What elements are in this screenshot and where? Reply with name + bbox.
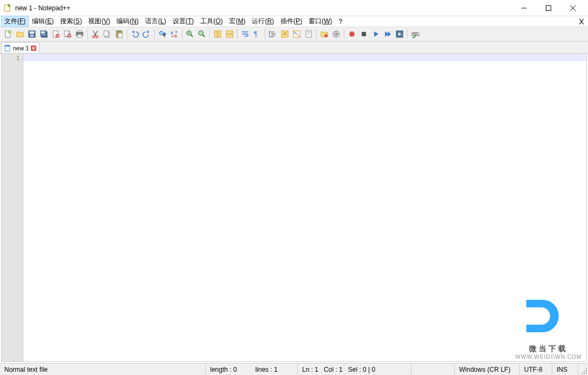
svg-rect-66	[307, 32, 310, 32]
svg-rect-87	[586, 373, 587, 374]
save-button[interactable]	[26, 28, 38, 40]
svg-point-69	[324, 34, 328, 37]
indent-guide-icon	[269, 30, 277, 38]
close-button[interactable]	[50, 28, 62, 40]
toolbar: AB¶fnABC	[0, 27, 588, 42]
svg-rect-82	[586, 369, 587, 370]
play-multi-button[interactable]	[382, 28, 394, 40]
spellcheck-icon: ABC	[411, 30, 420, 38]
file-icon	[4, 44, 11, 52]
svg-text:B: B	[174, 34, 177, 38]
zoom-out-button[interactable]	[196, 28, 208, 40]
menu-language[interactable]: 语言(L)	[142, 16, 169, 27]
play-button[interactable]	[370, 28, 382, 40]
func-list-icon	[332, 30, 341, 38]
new-button[interactable]	[2, 28, 14, 40]
save-all-button[interactable]	[38, 28, 50, 40]
word-wrap-icon	[241, 30, 250, 38]
menu-help[interactable]: ?	[335, 17, 345, 27]
svg-rect-35	[118, 33, 122, 38]
menu-edit[interactable]: 编辑(E)	[29, 16, 57, 27]
menu-file[interactable]: 文件(F)	[1, 16, 29, 27]
toolbar-separator	[265, 29, 265, 39]
svg-rect-50	[218, 31, 221, 37]
svg-rect-32	[104, 31, 108, 36]
save-macro-button[interactable]	[394, 28, 406, 40]
find-button[interactable]	[156, 28, 168, 40]
svg-rect-83	[584, 371, 585, 372]
text-editor[interactable]	[23, 54, 586, 361]
svg-point-29	[93, 36, 95, 38]
svg-line-45	[191, 35, 193, 37]
toolbar-separator	[127, 29, 127, 39]
fold-button[interactable]	[279, 28, 291, 40]
redo-button[interactable]	[141, 28, 153, 40]
toolbar-separator	[182, 29, 182, 39]
show-all-icon: ¶	[253, 30, 262, 38]
close-all-button[interactable]	[62, 28, 74, 40]
current-line-highlight	[23, 54, 586, 61]
tab-label: new 1	[13, 45, 29, 51]
resize-grip-icon[interactable]	[578, 364, 588, 375]
record-icon	[348, 30, 356, 38]
status-eol[interactable]: Windows (CR LF)	[455, 364, 520, 375]
zoom-in-button[interactable]	[184, 28, 196, 40]
menu-tools[interactable]: 工具(O)	[197, 16, 226, 27]
tab-close-icon[interactable]	[30, 45, 37, 51]
menu-window[interactable]: 窗口(W)	[305, 16, 335, 27]
copy-button[interactable]	[101, 28, 113, 40]
svg-point-71	[335, 33, 337, 35]
menu-encoding[interactable]: 编码(N)	[113, 16, 142, 27]
svg-point-72	[349, 31, 355, 37]
sync-v-button[interactable]	[212, 28, 224, 40]
indent-guide-button[interactable]	[267, 28, 279, 40]
menu-plugins[interactable]: 插件(P)	[277, 16, 305, 27]
svg-rect-59	[269, 31, 270, 37]
svg-text:A: A	[171, 31, 173, 35]
status-cursor: Ln : 1 Col : 1 Sel : 0 | 0	[298, 364, 411, 375]
redo-icon	[142, 30, 151, 38]
menu-run[interactable]: 运行(R)	[249, 16, 277, 27]
menu-macro[interactable]: 宏(M)	[226, 16, 249, 27]
close-button[interactable]	[560, 0, 585, 16]
spellcheck-button[interactable]: ABC	[409, 28, 421, 40]
menu-view[interactable]: 视图(V)	[85, 16, 113, 27]
status-insert-mode[interactable]: INS	[552, 364, 578, 375]
tab-new1[interactable]: new 1	[1, 42, 40, 53]
paste-button[interactable]	[113, 28, 125, 40]
undo-button[interactable]	[129, 28, 141, 40]
open-button[interactable]	[14, 28, 26, 40]
cut-button[interactable]	[89, 28, 101, 40]
svg-rect-49	[214, 31, 217, 37]
print-button[interactable]	[74, 28, 86, 40]
svg-rect-34	[117, 30, 121, 32]
play-icon	[371, 30, 380, 38]
svg-text:fn: fn	[294, 31, 297, 35]
status-encoding[interactable]: UTF-8	[520, 364, 552, 375]
replace-button[interactable]: AB	[168, 28, 180, 40]
doc-map-button[interactable]	[303, 28, 315, 40]
zoom-out-icon	[198, 30, 206, 38]
menu-settings[interactable]: 设置(T)	[169, 16, 197, 27]
menubar-close-button[interactable]: X	[576, 17, 587, 26]
word-wrap-button[interactable]	[239, 28, 251, 40]
svg-rect-14	[41, 31, 44, 33]
record-button[interactable]	[346, 28, 358, 40]
minimize-button[interactable]	[512, 0, 536, 16]
func-list-button[interactable]	[330, 28, 342, 40]
save-macro-icon	[395, 30, 404, 38]
sync-h-button[interactable]	[224, 28, 236, 40]
window-controls	[512, 0, 585, 16]
language-button[interactable]: fn	[291, 28, 303, 40]
svg-text:ABC: ABC	[411, 31, 420, 36]
svg-rect-77	[5, 45, 10, 47]
folder-button[interactable]	[318, 28, 330, 40]
menu-search[interactable]: 搜索(S)	[57, 16, 85, 27]
status-sel: Sel : 0 | 0	[348, 366, 375, 373]
stop-button[interactable]	[358, 28, 370, 40]
show-all-button[interactable]: ¶	[251, 28, 263, 40]
fold-icon	[280, 30, 289, 38]
new-icon	[4, 30, 12, 38]
toolbar-separator	[237, 29, 238, 39]
maximize-button[interactable]	[536, 0, 560, 16]
